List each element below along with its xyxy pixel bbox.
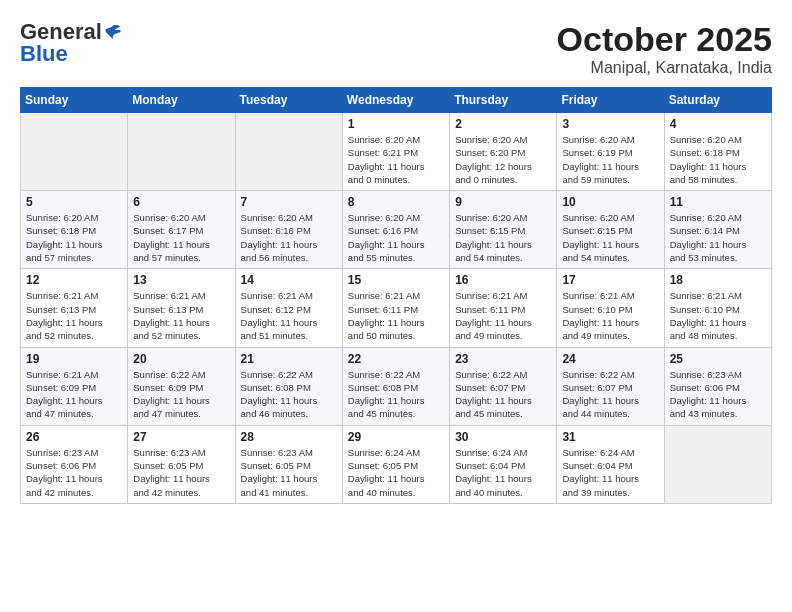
weekday-header: Thursday <box>450 88 557 113</box>
calendar-cell: 30Sunrise: 6:24 AM Sunset: 6:04 PM Dayli… <box>450 425 557 503</box>
day-info: Sunrise: 6:22 AM Sunset: 6:08 PM Dayligh… <box>241 368 337 421</box>
day-number: 26 <box>26 430 122 444</box>
weekday-header: Tuesday <box>235 88 342 113</box>
title-area: October 2025 Manipal, Karnataka, India <box>557 20 772 77</box>
day-info: Sunrise: 6:21 AM Sunset: 6:11 PM Dayligh… <box>455 289 551 342</box>
day-info: Sunrise: 6:20 AM Sunset: 6:15 PM Dayligh… <box>455 211 551 264</box>
weekday-header: Monday <box>128 88 235 113</box>
calendar-cell: 16Sunrise: 6:21 AM Sunset: 6:11 PM Dayli… <box>450 269 557 347</box>
day-info: Sunrise: 6:21 AM Sunset: 6:11 PM Dayligh… <box>348 289 444 342</box>
calendar-cell: 10Sunrise: 6:20 AM Sunset: 6:15 PM Dayli… <box>557 191 664 269</box>
logo-blue: Blue <box>20 42 122 66</box>
calendar-cell: 4Sunrise: 6:20 AM Sunset: 6:18 PM Daylig… <box>664 113 771 191</box>
day-info: Sunrise: 6:24 AM Sunset: 6:04 PM Dayligh… <box>455 446 551 499</box>
day-number: 12 <box>26 273 122 287</box>
day-info: Sunrise: 6:22 AM Sunset: 6:07 PM Dayligh… <box>455 368 551 421</box>
day-number: 20 <box>133 352 229 366</box>
calendar-cell: 8Sunrise: 6:20 AM Sunset: 6:16 PM Daylig… <box>342 191 449 269</box>
day-info: Sunrise: 6:21 AM Sunset: 6:12 PM Dayligh… <box>241 289 337 342</box>
day-info: Sunrise: 6:23 AM Sunset: 6:05 PM Dayligh… <box>241 446 337 499</box>
day-number: 9 <box>455 195 551 209</box>
calendar-cell: 25Sunrise: 6:23 AM Sunset: 6:06 PM Dayli… <box>664 347 771 425</box>
day-number: 25 <box>670 352 766 366</box>
day-number: 14 <box>241 273 337 287</box>
day-number: 23 <box>455 352 551 366</box>
calendar-cell: 29Sunrise: 6:24 AM Sunset: 6:05 PM Dayli… <box>342 425 449 503</box>
day-info: Sunrise: 6:20 AM Sunset: 6:18 PM Dayligh… <box>26 211 122 264</box>
day-info: Sunrise: 6:21 AM Sunset: 6:09 PM Dayligh… <box>26 368 122 421</box>
day-info: Sunrise: 6:20 AM Sunset: 6:15 PM Dayligh… <box>562 211 658 264</box>
day-number: 8 <box>348 195 444 209</box>
calendar-cell: 2Sunrise: 6:20 AM Sunset: 6:20 PM Daylig… <box>450 113 557 191</box>
day-info: Sunrise: 6:21 AM Sunset: 6:10 PM Dayligh… <box>562 289 658 342</box>
day-number: 18 <box>670 273 766 287</box>
day-number: 16 <box>455 273 551 287</box>
day-number: 21 <box>241 352 337 366</box>
calendar-cell <box>128 113 235 191</box>
calendar-cell: 24Sunrise: 6:22 AM Sunset: 6:07 PM Dayli… <box>557 347 664 425</box>
day-info: Sunrise: 6:22 AM Sunset: 6:08 PM Dayligh… <box>348 368 444 421</box>
calendar-cell: 7Sunrise: 6:20 AM Sunset: 6:16 PM Daylig… <box>235 191 342 269</box>
weekday-header: Sunday <box>21 88 128 113</box>
calendar-week-row: 1Sunrise: 6:20 AM Sunset: 6:21 PM Daylig… <box>21 113 772 191</box>
day-info: Sunrise: 6:20 AM Sunset: 6:21 PM Dayligh… <box>348 133 444 186</box>
calendar-cell <box>235 113 342 191</box>
day-info: Sunrise: 6:20 AM Sunset: 6:16 PM Dayligh… <box>241 211 337 264</box>
day-number: 27 <box>133 430 229 444</box>
calendar-cell: 1Sunrise: 6:20 AM Sunset: 6:21 PM Daylig… <box>342 113 449 191</box>
calendar-cell: 26Sunrise: 6:23 AM Sunset: 6:06 PM Dayli… <box>21 425 128 503</box>
day-number: 5 <box>26 195 122 209</box>
logo-bird-icon <box>104 23 122 41</box>
day-number: 31 <box>562 430 658 444</box>
calendar-cell: 18Sunrise: 6:21 AM Sunset: 6:10 PM Dayli… <box>664 269 771 347</box>
day-number: 22 <box>348 352 444 366</box>
day-info: Sunrise: 6:20 AM Sunset: 6:18 PM Dayligh… <box>670 133 766 186</box>
weekday-header-row: SundayMondayTuesdayWednesdayThursdayFrid… <box>21 88 772 113</box>
calendar-title: October 2025 <box>557 20 772 59</box>
day-info: Sunrise: 6:20 AM Sunset: 6:16 PM Dayligh… <box>348 211 444 264</box>
day-info: Sunrise: 6:21 AM Sunset: 6:10 PM Dayligh… <box>670 289 766 342</box>
calendar-cell: 31Sunrise: 6:24 AM Sunset: 6:04 PM Dayli… <box>557 425 664 503</box>
calendar-cell: 11Sunrise: 6:20 AM Sunset: 6:14 PM Dayli… <box>664 191 771 269</box>
calendar-cell: 20Sunrise: 6:22 AM Sunset: 6:09 PM Dayli… <box>128 347 235 425</box>
calendar-week-row: 5Sunrise: 6:20 AM Sunset: 6:18 PM Daylig… <box>21 191 772 269</box>
day-info: Sunrise: 6:22 AM Sunset: 6:07 PM Dayligh… <box>562 368 658 421</box>
calendar-cell: 27Sunrise: 6:23 AM Sunset: 6:05 PM Dayli… <box>128 425 235 503</box>
calendar-cell: 22Sunrise: 6:22 AM Sunset: 6:08 PM Dayli… <box>342 347 449 425</box>
calendar-cell: 5Sunrise: 6:20 AM Sunset: 6:18 PM Daylig… <box>21 191 128 269</box>
day-info: Sunrise: 6:22 AM Sunset: 6:09 PM Dayligh… <box>133 368 229 421</box>
day-number: 3 <box>562 117 658 131</box>
calendar-cell: 23Sunrise: 6:22 AM Sunset: 6:07 PM Dayli… <box>450 347 557 425</box>
calendar-subtitle: Manipal, Karnataka, India <box>557 59 772 77</box>
calendar-cell: 15Sunrise: 6:21 AM Sunset: 6:11 PM Dayli… <box>342 269 449 347</box>
weekday-header: Saturday <box>664 88 771 113</box>
calendar-cell: 21Sunrise: 6:22 AM Sunset: 6:08 PM Dayli… <box>235 347 342 425</box>
calendar-cell: 13Sunrise: 6:21 AM Sunset: 6:13 PM Dayli… <box>128 269 235 347</box>
day-number: 24 <box>562 352 658 366</box>
calendar-cell: 12Sunrise: 6:21 AM Sunset: 6:13 PM Dayli… <box>21 269 128 347</box>
day-number: 1 <box>348 117 444 131</box>
day-info: Sunrise: 6:20 AM Sunset: 6:17 PM Dayligh… <box>133 211 229 264</box>
day-number: 7 <box>241 195 337 209</box>
calendar-cell: 19Sunrise: 6:21 AM Sunset: 6:09 PM Dayli… <box>21 347 128 425</box>
day-info: Sunrise: 6:24 AM Sunset: 6:04 PM Dayligh… <box>562 446 658 499</box>
calendar-cell: 9Sunrise: 6:20 AM Sunset: 6:15 PM Daylig… <box>450 191 557 269</box>
weekday-header: Wednesday <box>342 88 449 113</box>
calendar-cell <box>664 425 771 503</box>
calendar-cell: 28Sunrise: 6:23 AM Sunset: 6:05 PM Dayli… <box>235 425 342 503</box>
day-number: 6 <box>133 195 229 209</box>
day-info: Sunrise: 6:23 AM Sunset: 6:05 PM Dayligh… <box>133 446 229 499</box>
day-number: 29 <box>348 430 444 444</box>
calendar-cell: 6Sunrise: 6:20 AM Sunset: 6:17 PM Daylig… <box>128 191 235 269</box>
day-number: 11 <box>670 195 766 209</box>
day-info: Sunrise: 6:24 AM Sunset: 6:05 PM Dayligh… <box>348 446 444 499</box>
header-area: General Blue October 2025 Manipal, Karna… <box>20 20 772 77</box>
calendar-cell: 3Sunrise: 6:20 AM Sunset: 6:19 PM Daylig… <box>557 113 664 191</box>
weekday-header: Friday <box>557 88 664 113</box>
calendar-table: SundayMondayTuesdayWednesdayThursdayFrid… <box>20 87 772 504</box>
calendar-week-row: 26Sunrise: 6:23 AM Sunset: 6:06 PM Dayli… <box>21 425 772 503</box>
day-info: Sunrise: 6:20 AM Sunset: 6:20 PM Dayligh… <box>455 133 551 186</box>
day-info: Sunrise: 6:20 AM Sunset: 6:14 PM Dayligh… <box>670 211 766 264</box>
day-info: Sunrise: 6:21 AM Sunset: 6:13 PM Dayligh… <box>133 289 229 342</box>
calendar-week-row: 12Sunrise: 6:21 AM Sunset: 6:13 PM Dayli… <box>21 269 772 347</box>
